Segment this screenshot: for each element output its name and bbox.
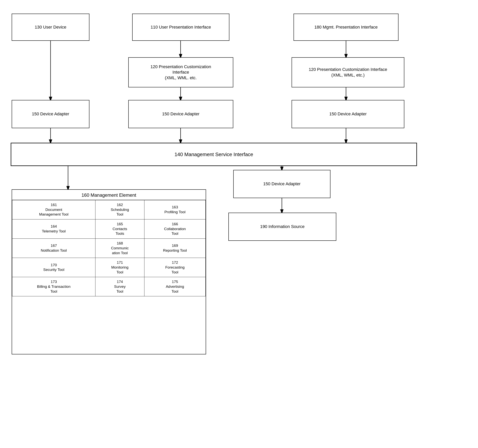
tool-173: 173Billing & TransactionTool (12, 277, 95, 296)
tool-169: 169Reporting Tool (144, 239, 206, 258)
device-adapter-1-label: 150 Device Adapter (32, 111, 69, 117)
tool-161: 161DocumentManagement Tool (12, 200, 95, 220)
tool-164: 164Telemetry Tool (12, 220, 95, 239)
tool-168: 168Communication Tool (95, 239, 144, 258)
table-row: 173Billing & TransactionTool 174SurveyTo… (12, 277, 206, 296)
tool-172: 172ForecastingTool (144, 258, 206, 277)
tool-171: 171MonitoringTool (95, 258, 144, 277)
tool-174: 174SurveyTool (95, 277, 144, 296)
info-source-box: 190 Information Source (228, 213, 336, 241)
tool-175: 175AdvertisingTool (144, 277, 206, 296)
tool-167: 167Notification Tool (12, 239, 95, 258)
info-source-label: 190 Information Source (260, 224, 305, 230)
mgmt-element-title: 160 Management Element (12, 190, 206, 200)
pres-custom-right-box: 120 Presentation Customization Interface… (292, 57, 404, 87)
device-adapter-3-box: 150 Device Adapter (292, 100, 404, 128)
user-presentation-box: 110 User Presentation Interface (132, 14, 229, 41)
table-row: 164Telemetry Tool 165ContactsTools 166Co… (12, 220, 206, 239)
table-row: 167Notification Tool 168Communication To… (12, 239, 206, 258)
tool-163: 163Profiling Tool (144, 200, 206, 220)
mgmt-service-label: 140 Management Service Interface (175, 152, 253, 158)
device-adapter-3-label: 150 Device Adapter (329, 111, 367, 117)
device-adapter-2-label: 150 Device Adapter (162, 111, 199, 117)
device-adapter-4-label: 150 Device Adapter (263, 181, 301, 187)
pres-custom-left-box: 120 Presentation CustomizationInterface(… (128, 57, 233, 87)
user-device-label: 130 User Device (35, 25, 66, 30)
mgmt-element-box: 160 Management Element 161DocumentManage… (12, 189, 206, 354)
pres-custom-left-label: 120 Presentation CustomizationInterface(… (151, 64, 211, 81)
device-adapter-1-box: 150 Device Adapter (12, 100, 89, 128)
tool-165: 165ContactsTools (95, 220, 144, 239)
table-row: 161DocumentManagement Tool 162Scheduling… (12, 200, 206, 220)
table-row: 170Security Tool 171MonitoringTool 172Fo… (12, 258, 206, 277)
diagram-container: 130 User Device 110 User Presentation In… (0, 0, 478, 448)
tool-162: 162SchedulingTool (95, 200, 144, 220)
mgmt-presentation-label: 180 Mgmt. Presentation Interface (314, 25, 377, 30)
device-adapter-2-box: 150 Device Adapter (128, 100, 233, 128)
tool-170: 170Security Tool (12, 258, 95, 277)
device-adapter-4-box: 150 Device Adapter (233, 170, 330, 198)
mgmt-presentation-box: 180 Mgmt. Presentation Interface (294, 14, 398, 41)
mgmt-tools-table: 161DocumentManagement Tool 162Scheduling… (12, 200, 206, 296)
mgmt-service-box: 140 Management Service Interface (11, 143, 417, 166)
user-device-box: 130 User Device (12, 14, 89, 41)
tool-166: 166CollaborationTool (144, 220, 206, 239)
pres-custom-right-label: 120 Presentation Customization Interface… (309, 67, 387, 78)
user-presentation-label: 110 User Presentation Interface (151, 25, 211, 30)
